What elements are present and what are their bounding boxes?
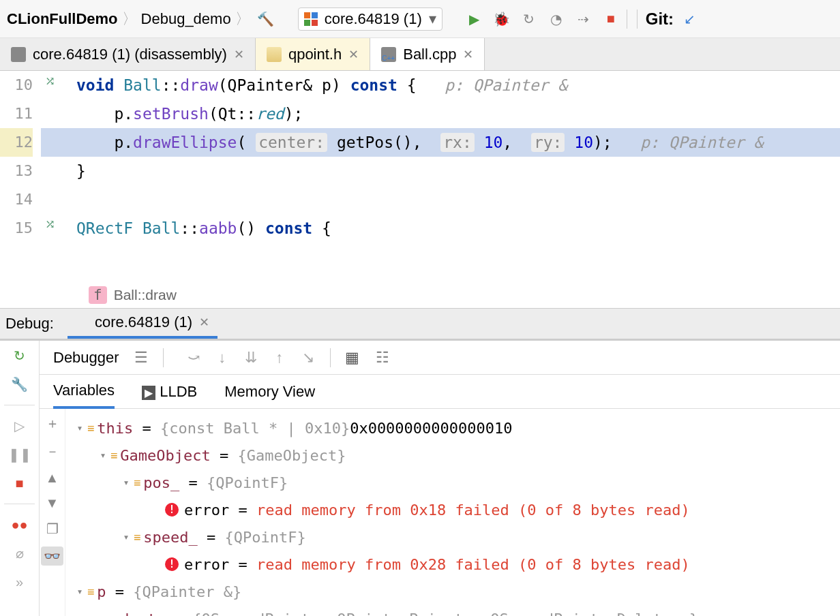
context-breadcrumb[interactable]: f Ball::draw <box>0 282 840 308</box>
code-editor[interactable]: 101112131415 ⤮ ⤮ void Ball::draw(QPainte… <box>0 71 840 282</box>
header-file-icon <box>267 47 282 62</box>
tab-ball-cpp[interactable]: Ball.cpp ✕ <box>370 38 485 70</box>
copy-icon[interactable]: ❐ <box>46 521 59 537</box>
run-config-selector[interactable]: core.64819 (1) ▾ <box>298 7 442 31</box>
tab-disassembly[interactable]: core.64819 (1) (disassembly) ✕ <box>0 38 256 70</box>
chevron-down-icon: ▾ <box>429 10 436 28</box>
resume-icon[interactable]: ▷ <box>12 418 28 434</box>
debug-icon[interactable]: 🐞 <box>490 7 513 31</box>
move-down-icon[interactable]: ▼ <box>46 495 59 511</box>
debug-label: Debug: <box>5 315 54 333</box>
step-out-icon[interactable]: ↑ <box>271 350 288 366</box>
remove-watch-icon[interactable]: － <box>46 442 59 461</box>
threads-icon[interactable]: ☰ <box>133 350 149 366</box>
run-to-cursor-icon[interactable]: ↘ <box>300 350 316 366</box>
attach-icon[interactable]: ⇢ <box>572 7 595 31</box>
debugger-tabs: Variables ▶ LLDB Memory View <box>40 375 840 409</box>
tab-memory[interactable]: Memory View <box>224 376 315 407</box>
main-toolbar: CLionFullDemo 〉 Debug_demo 〉 🔨 core.6481… <box>0 0 840 38</box>
debug-left-toolbar: ↻ 🔧 ▷ ❚❚ ■ ●● ⌀ » <box>0 341 40 616</box>
step-over-icon[interactable]: ⤻ <box>185 350 202 366</box>
close-icon[interactable]: ✕ <box>234 47 244 62</box>
tab-variables[interactable]: Variables <box>53 375 115 409</box>
close-icon[interactable]: ✕ <box>348 47 359 62</box>
run-icon[interactable]: ▶ <box>463 7 486 31</box>
rerun-icon[interactable]: ↻ <box>12 348 28 364</box>
profile-icon[interactable]: ◔ <box>545 7 568 31</box>
config-icon <box>304 12 318 26</box>
debug-session-tab[interactable]: core.64819 (1) ✕ <box>68 309 217 339</box>
breakpoints-icon[interactable]: ●● <box>12 517 28 533</box>
debug-panel-header: Debug: core.64819 (1) ✕ <box>0 308 840 341</box>
error-icon: ! <box>165 557 179 571</box>
variables-view: ＋ － ▲ ▼ ❐ 👓 ▾ ≡this = {const Ball * | 0x… <box>40 409 840 616</box>
wrench-icon[interactable]: 🔧 <box>12 376 28 392</box>
mute-icon[interactable]: ⌀ <box>12 545 28 561</box>
file-icon <box>11 47 26 62</box>
git-label: Git: <box>637 10 674 29</box>
override-icon[interactable]: ⤮ <box>40 74 60 89</box>
glasses-icon[interactable]: 👓 <box>41 546 63 566</box>
variables-toolbar: ＋ － ▲ ▼ ❐ 👓 <box>40 409 65 616</box>
stop-icon[interactable]: ■ <box>599 7 622 31</box>
pause-icon[interactable]: ❚❚ <box>12 446 28 463</box>
stop-icon[interactable]: ■ <box>12 475 28 491</box>
breadcrumb-root: CLionFullDemo <box>7 10 118 28</box>
tab-lldb[interactable]: ▶ LLDB <box>142 376 197 407</box>
breadcrumb[interactable]: CLionFullDemo 〉 Debug_demo 〉 <box>7 9 250 29</box>
debug-panel: ↻ 🔧 ▷ ❚❚ ■ ●● ⌀ » Debugger ☰ ⤻ ↓ ⇊ ↑ ↘ ▦… <box>0 341 840 616</box>
force-step-icon[interactable]: ⇊ <box>243 350 259 366</box>
run-config-label: core.64819 (1) <box>325 10 422 28</box>
chevron-right-icon: 〉 <box>235 9 250 29</box>
close-icon[interactable]: ✕ <box>463 47 473 62</box>
code-area[interactable]: void Ball::draw(QPainter& p) const { p: … <box>41 71 840 282</box>
layout-icon[interactable]: ☷ <box>374 350 391 366</box>
build-icon[interactable]: 🔨 <box>254 7 278 31</box>
error-icon: ! <box>165 503 179 517</box>
breadcrumb-target: Debug_demo <box>141 10 231 28</box>
variables-tree[interactable]: ▾ ≡this = {const Ball * | 0x10} 0x000000… <box>65 409 840 616</box>
git-update-icon[interactable]: ↙ <box>678 7 701 31</box>
function-badge: f <box>89 286 107 304</box>
tab-qpoint[interactable]: qpoint.h ✕ <box>256 38 370 70</box>
coverage-icon[interactable]: ↻ <box>518 7 541 31</box>
move-up-icon[interactable]: ▲ <box>46 470 59 486</box>
more-icon[interactable]: » <box>12 574 28 590</box>
debugger-toolbar: Debugger ☰ ⤻ ↓ ⇊ ↑ ↘ ▦ ☷ <box>40 341 840 375</box>
step-into-icon[interactable]: ↓ <box>214 350 230 366</box>
chevron-right-icon: 〉 <box>122 9 137 29</box>
close-icon[interactable]: ✕ <box>199 315 209 330</box>
editor-tabs: core.64819 (1) (disassembly) ✕ qpoint.h … <box>0 38 840 71</box>
debugger-label: Debugger <box>53 349 119 367</box>
cpp-file-icon <box>381 47 396 62</box>
evaluate-icon[interactable]: ▦ <box>344 350 361 366</box>
line-gutter: 101112131415 <box>0 71 41 282</box>
override-icon[interactable]: ⤮ <box>40 217 60 232</box>
add-watch-icon[interactable]: ＋ <box>46 414 59 433</box>
config-icon <box>76 316 88 328</box>
